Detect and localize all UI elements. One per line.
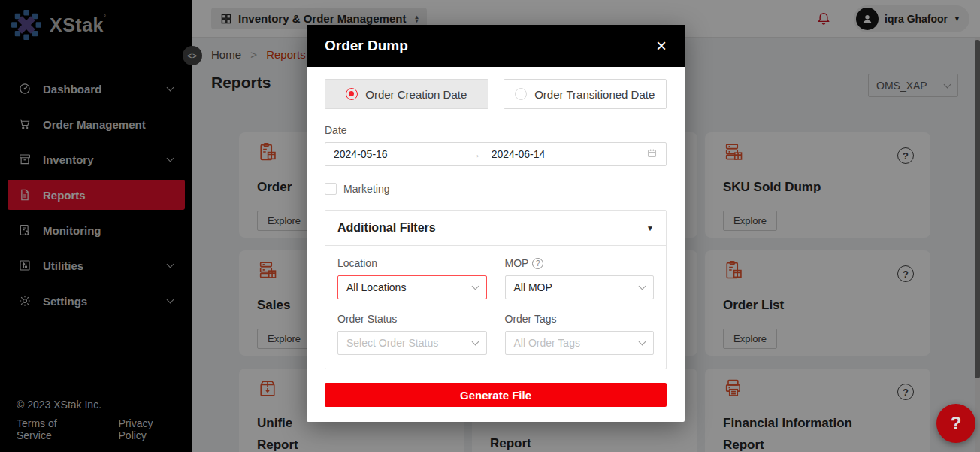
order-tags-value: All Order Tags (514, 337, 580, 349)
order-status-field: Order Status Select Order Status (337, 313, 487, 355)
radio-selected-icon (346, 88, 358, 100)
mop-field: MOP ? All MOP (505, 257, 655, 299)
additional-filters-header[interactable]: Additional Filters ▼ (325, 211, 666, 246)
location-select-value: All Locations (346, 281, 406, 293)
date-to-value[interactable]: 2024-06-14 (492, 148, 546, 160)
marketing-checkbox-row[interactable]: Marketing (325, 183, 667, 195)
radio-label: Order Transitioned Date (534, 88, 655, 101)
order-tags-select[interactable]: All Order Tags (505, 331, 655, 355)
radio-unselected-icon (515, 88, 527, 100)
chevron-down-icon (639, 283, 646, 290)
mop-select-value: All MOP (514, 281, 552, 293)
mop-label: MOP (505, 257, 529, 269)
modal-title: Order Dump (325, 38, 408, 54)
calendar-icon (646, 147, 658, 161)
date-range-input[interactable]: 2024-05-16 → 2024-06-14 (325, 142, 667, 166)
chevron-down-icon (471, 283, 479, 290)
chevron-down-icon (639, 338, 646, 346)
date-range-arrow: → (470, 148, 481, 160)
order-tags-field: Order Tags All Order Tags (505, 313, 655, 355)
order-status-label: Order Status (337, 313, 487, 325)
close-icon[interactable]: × (656, 37, 667, 55)
date-label: Date (325, 124, 667, 136)
modal-header: Order Dump × (307, 25, 685, 67)
mop-select[interactable]: All MOP (505, 275, 655, 299)
location-select[interactable]: All Locations (337, 275, 487, 299)
location-label: Location (337, 257, 487, 269)
support-help-button[interactable]: ? (936, 404, 975, 443)
location-field: Location All Locations (337, 257, 487, 299)
additional-filters-title: Additional Filters (337, 221, 436, 235)
radio-label: Order Creation Date (365, 88, 467, 101)
caret-down-icon: ▼ (646, 224, 654, 232)
order-tags-label: Order Tags (505, 313, 655, 325)
checkbox-icon[interactable] (325, 183, 337, 195)
additional-filters-panel: Additional Filters ▼ Location All Locati… (325, 210, 667, 369)
date-from-value[interactable]: 2024-05-16 (334, 148, 388, 160)
generate-file-button[interactable]: Generate File (325, 383, 667, 407)
radio-order-transitioned-date[interactable]: Order Transitioned Date (504, 79, 667, 109)
order-status-select[interactable]: Select Order Status (337, 331, 487, 355)
help-circle-icon[interactable]: ? (532, 258, 543, 269)
app-viewport: XStak˚ Dashboard Order Management Invent… (0, 0, 980, 452)
radio-order-creation-date[interactable]: Order Creation Date (325, 79, 488, 109)
modal-body: Order Creation Date Order Transitioned D… (307, 67, 685, 422)
marketing-label: Marketing (343, 183, 389, 195)
chevron-down-icon (471, 338, 479, 346)
order-status-placeholder: Select Order Status (346, 337, 438, 349)
order-dump-modal: Order Dump × Order Creation Date Order T… (307, 25, 685, 422)
